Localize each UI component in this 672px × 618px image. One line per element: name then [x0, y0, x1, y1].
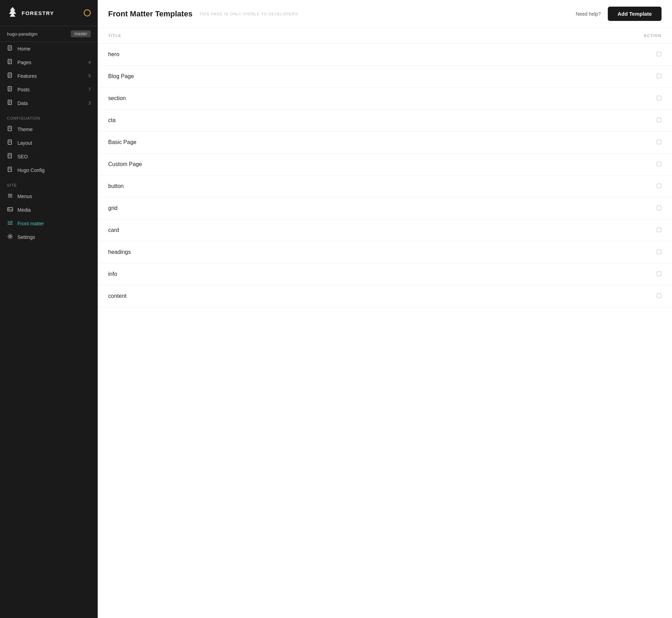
action-checkbox-icon[interactable] [657, 161, 662, 167]
sidebar-item-settings[interactable]: Settings [0, 230, 98, 244]
sidebar-item-menus[interactable]: Menus [0, 189, 98, 203]
document-icon [7, 100, 13, 106]
repo-bar: hugo-paradigm master [0, 26, 98, 42]
table-row[interactable]: hero [98, 44, 672, 66]
sidebar-item-home-label: Home [17, 46, 30, 52]
action-checkbox-icon[interactable] [657, 183, 662, 189]
template-name: grid [108, 205, 118, 211]
table-header: TITLE ACTION [98, 28, 672, 44]
settings-icon [7, 234, 13, 240]
svg-rect-48 [657, 184, 661, 188]
action-checkbox-icon[interactable] [657, 205, 662, 211]
action-checkbox-icon[interactable] [657, 74, 662, 80]
table-row[interactable]: grid [98, 197, 672, 219]
configuration-label: CONFIGUATION [0, 110, 98, 122]
logo-area: FORESTRY [7, 6, 54, 20]
pages-count: 4 [88, 60, 91, 65]
sidebar-item-data[interactable]: Data 3 [0, 96, 98, 110]
sidebar-item-theme-label: Theme [17, 127, 33, 132]
sidebar-item-front-matter[interactable]: Front matter [0, 217, 98, 230]
document-icon [7, 86, 13, 93]
need-help-link[interactable]: Need help? [576, 11, 601, 17]
site-label: SITE [0, 177, 98, 189]
template-name: button [108, 183, 124, 189]
template-name: info [108, 271, 117, 277]
front-matter-icon [7, 220, 13, 227]
svg-rect-45 [657, 118, 661, 122]
table-row[interactable]: content [98, 285, 672, 307]
action-checkbox-icon[interactable] [657, 249, 662, 255]
action-checkbox-icon[interactable] [657, 96, 662, 101]
template-name: cta [108, 117, 115, 123]
branch-badge[interactable]: master [71, 30, 91, 37]
col-action-label: ACTION [644, 33, 662, 38]
svg-rect-51 [657, 250, 661, 254]
document-icon [7, 59, 13, 66]
action-checkbox-icon[interactable] [657, 271, 662, 277]
action-checkbox-icon[interactable] [657, 52, 662, 58]
logo-text: FORESTRY [22, 10, 54, 16]
data-count: 3 [88, 101, 91, 106]
template-name: content [108, 293, 126, 299]
sidebar-item-layout[interactable]: Layout [0, 136, 98, 150]
template-name: Basic Page [108, 139, 136, 145]
notification-dot[interactable] [84, 9, 91, 16]
dev-notice: THIS PAGE IS ONLY VISIBLE TO DEVELOPERS [200, 12, 569, 16]
table-row[interactable]: info [98, 263, 672, 285]
template-name: hero [108, 51, 119, 58]
action-checkbox-icon[interactable] [657, 293, 662, 299]
svg-point-41 [9, 236, 11, 238]
sidebar-item-hugo-config[interactable]: Hugo Config [0, 163, 98, 177]
table-row[interactable]: Basic Page [98, 131, 672, 153]
sidebar-item-hugo-config-label: Hugo Config [17, 167, 45, 173]
sidebar-item-media-label: Media [17, 207, 31, 213]
table-row[interactable]: section [98, 88, 672, 110]
table-row[interactable]: Custom Page [98, 153, 672, 175]
svg-rect-49 [657, 206, 661, 210]
svg-rect-44 [657, 96, 661, 100]
table-row[interactable]: headings [98, 241, 672, 263]
sidebar-item-seo[interactable]: SEO [0, 150, 98, 163]
action-checkbox-icon[interactable] [657, 118, 662, 123]
topbar: Front Matter Templates THIS PAGE IS ONLY… [98, 0, 672, 28]
sidebar-item-pages[interactable]: Pages 4 [0, 55, 98, 69]
template-name: headings [108, 249, 131, 255]
svg-rect-50 [657, 228, 661, 232]
template-name: section [108, 95, 126, 101]
svg-rect-47 [657, 162, 661, 166]
sidebar-header: FORESTRY [0, 0, 98, 26]
sidebar-item-features-label: Features [17, 73, 37, 79]
sidebar-item-layout-label: Layout [17, 140, 32, 146]
sidebar-item-theme[interactable]: Theme [0, 122, 98, 136]
svg-rect-43 [657, 74, 661, 78]
table-row[interactable]: cta [98, 110, 672, 131]
template-name: card [108, 227, 119, 233]
sidebar-item-front-matter-label: Front matter [17, 221, 44, 226]
features-count: 5 [88, 74, 91, 78]
sidebar: FORESTRY hugo-paradigm master Home Pages… [0, 0, 98, 618]
table-row[interactable]: button [98, 175, 672, 197]
sidebar-item-media[interactable]: Media [0, 203, 98, 217]
svg-rect-46 [657, 140, 661, 144]
add-template-button[interactable]: Add Template [608, 7, 662, 21]
sidebar-item-seo-label: SEO [17, 154, 28, 159]
sidebar-item-settings-label: Settings [17, 234, 35, 240]
template-table: TITLE ACTION hero Blog Page section cta [98, 28, 672, 618]
media-icon [7, 206, 13, 213]
document-icon [7, 140, 13, 146]
table-row[interactable]: Blog Page [98, 66, 672, 88]
action-checkbox-icon[interactable] [657, 227, 662, 233]
sidebar-item-posts[interactable]: Posts 7 [0, 83, 98, 96]
sidebar-item-home[interactable]: Home [0, 42, 98, 55]
document-icon [7, 73, 13, 79]
sidebar-item-data-label: Data [17, 100, 28, 106]
document-icon [7, 167, 13, 173]
table-row[interactable]: card [98, 219, 672, 241]
sidebar-item-features[interactable]: Features 5 [0, 69, 98, 83]
col-title-label: TITLE [108, 33, 121, 38]
document-icon [7, 126, 13, 133]
document-icon [7, 153, 13, 160]
menus-icon [7, 193, 13, 199]
action-checkbox-icon[interactable] [657, 140, 662, 145]
sidebar-item-pages-label: Pages [17, 60, 31, 65]
